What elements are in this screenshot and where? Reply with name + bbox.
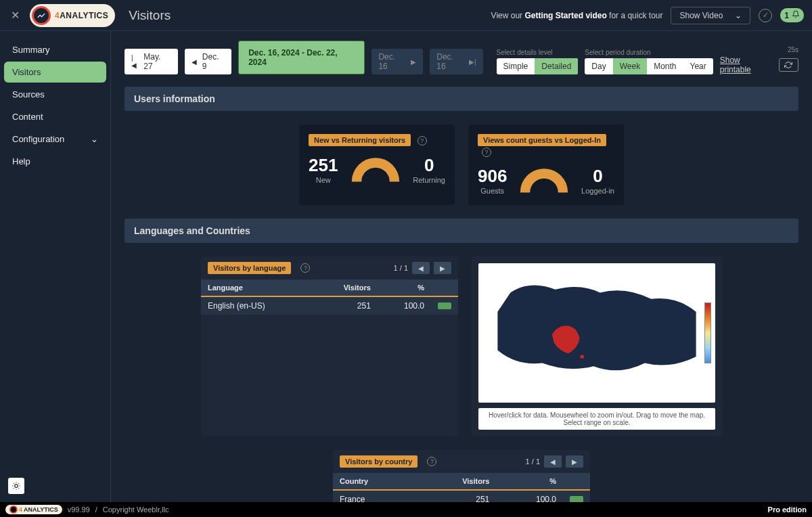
kpi-new-vs-returning: New vs Returning visitors ? 251 New 0 Re… <box>299 125 455 205</box>
map-card: Hover/click for data. Mousewheel to zoom… <box>472 256 722 436</box>
close-icon[interactable]: ✕ <box>8 9 22 22</box>
help-icon[interactable]: ? <box>427 457 436 466</box>
pager-text: 1 / 1 <box>394 264 408 272</box>
toolbar: |◀May. 27 ◀Dec. 9 Dec. 16, 2024 - Dec. 2… <box>111 31 812 81</box>
show-printable-link[interactable]: Show printable <box>720 55 772 74</box>
scroll-content[interactable]: Users information New vs Returning visit… <box>111 81 812 502</box>
sidebar-item-sources[interactable]: Sources <box>4 84 106 105</box>
pager-next-button[interactable]: ▶ <box>434 262 451 274</box>
date-nav-next[interactable]: Dec. 16▶ <box>371 49 423 74</box>
sidebar-item-content[interactable]: Content <box>4 106 106 127</box>
notification-badge[interactable]: 1 <box>780 8 804 22</box>
sun-icon <box>12 481 21 491</box>
show-video-button[interactable]: Show Video ⌄ <box>671 7 750 24</box>
refresh-timer: 25s <box>788 46 798 53</box>
pager-text: 1 / 1 <box>526 457 540 466</box>
refresh-button[interactable] <box>779 58 798 72</box>
footer-edition: Pro edition <box>768 505 807 514</box>
details-simple-button[interactable]: Simple <box>497 58 535 74</box>
kpi-returning-value: 0 <box>413 155 445 176</box>
help-icon[interactable]: ? <box>418 136 427 145</box>
sidebar-item-configuration[interactable]: Configuration ⌄ <box>4 129 106 150</box>
help-icon[interactable]: ? <box>300 263 310 273</box>
footer-version: v99.99 <box>68 505 90 514</box>
table-row[interactable]: France 251 100.0 <box>333 490 590 502</box>
pager-prev-button[interactable]: ◀ <box>412 262 430 274</box>
kpi-guests-value: 906 <box>478 166 507 187</box>
period-week-button[interactable]: Week <box>613 58 647 74</box>
gauge-icon <box>517 165 571 196</box>
footer: 4ANALYTICS v99.99 / Copyright Weeblr,llc… <box>0 502 812 517</box>
world-map[interactable] <box>478 263 715 403</box>
theme-toggle-button[interactable] <box>8 478 24 494</box>
main-content: |◀May. 27 ◀Dec. 9 Dec. 16, 2024 - Dec. 2… <box>111 31 812 502</box>
language-table-card: Visitors by language ? 1 / 1 ◀ ▶ Languag… <box>201 256 458 436</box>
prev-icon: ◀ <box>191 58 197 66</box>
period-duration-toggle: Select period duration Day Week Month Ye… <box>585 49 713 74</box>
map-hint: Hover/click for data. Mousewheel to zoom… <box>478 408 715 430</box>
period-day-button[interactable]: Day <box>585 58 612 74</box>
chevron-down-icon: ⌄ <box>735 11 742 20</box>
check-status-icon[interactable]: ✓ <box>759 9 772 22</box>
next-icon: ▶ <box>411 58 416 66</box>
section-users-info: Users information <box>125 87 798 111</box>
kpi-guests-vs-logged: Views count guests vs Logged-In ? 906 Gu… <box>468 125 624 205</box>
map-scale-legend[interactable] <box>704 302 711 363</box>
date-nav-last[interactable]: Dec. 16▶| <box>430 49 482 74</box>
date-range-active[interactable]: Dec. 16, 2024 - Dec. 22, 2024 <box>238 41 365 74</box>
date-nav-prev[interactable]: ◀Dec. 9 <box>185 49 231 74</box>
sidebar-item-help[interactable]: Help <box>4 151 106 172</box>
date-nav-first[interactable]: |◀May. 27 <box>125 49 178 74</box>
period-month-button[interactable]: Month <box>647 58 683 74</box>
country-table: Country Visitors % France 251 100.0 <box>333 473 590 502</box>
svg-point-2 <box>580 355 584 359</box>
help-icon[interactable]: ? <box>482 148 491 157</box>
logo-text: 4ANALYTICS <box>55 11 108 20</box>
details-detailed-button[interactable]: Detailed <box>535 58 578 74</box>
period-year-button[interactable]: Year <box>683 58 713 74</box>
sidebar-item-summary[interactable]: Summary <box>4 39 106 60</box>
bell-icon <box>792 10 800 20</box>
details-level-toggle: Select details level Simple Detailed <box>497 49 579 74</box>
footer-logo: 4ANALYTICS <box>5 505 62 514</box>
sidebar: Summary Visitors Sources Content Configu… <box>0 31 111 502</box>
country-table-card: Visitors by country ? 1 / 1 ◀ ▶ Country … <box>333 450 590 502</box>
page-title: Visitors <box>129 8 171 23</box>
topbar: ✕ 4ANALYTICS Visitors View our Getting S… <box>0 0 812 31</box>
sidebar-item-visitors[interactable]: Visitors <box>4 62 106 83</box>
tour-text: View our Getting Started video for a qui… <box>491 11 663 20</box>
kpi-new-value: 251 <box>309 155 338 176</box>
section-lang-countries: Languages and Countries <box>125 219 798 243</box>
language-table: Language Visitors % English (en-US) 251 … <box>201 279 458 315</box>
logo[interactable]: 4ANALYTICS <box>30 4 115 27</box>
footer-copyright: Copyright Weeblr,llc <box>103 505 169 514</box>
last-icon: ▶| <box>469 58 476 66</box>
first-icon: |◀ <box>131 54 138 69</box>
pager-next-button[interactable]: ▶ <box>566 455 583 468</box>
svg-point-0 <box>15 485 18 488</box>
kpi-logged-value: 0 <box>581 166 614 187</box>
pager-prev-button[interactable]: ◀ <box>544 455 562 468</box>
table-row[interactable]: English (en-US) 251 100.0 <box>201 296 458 315</box>
chevron-down-icon: ⌄ <box>91 134 98 144</box>
gauge-icon <box>348 154 403 185</box>
refresh-icon <box>784 61 792 69</box>
logo-chart-icon <box>32 6 51 25</box>
